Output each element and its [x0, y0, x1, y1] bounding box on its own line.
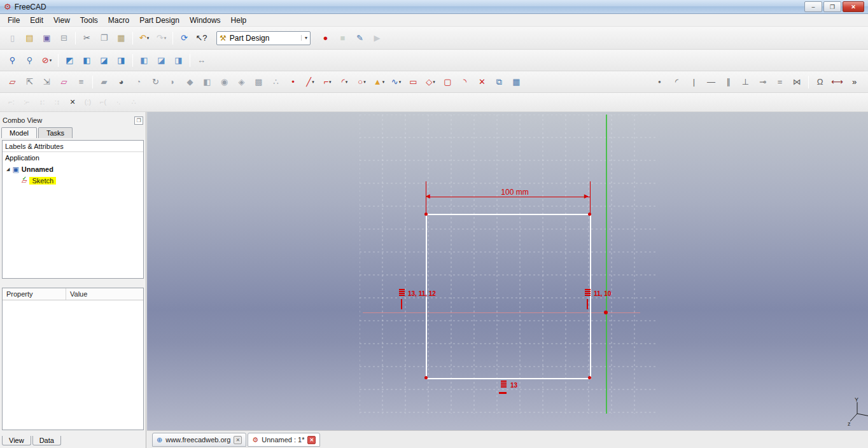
- create-clone-button[interactable]: ≡: [73, 74, 89, 90]
- constrain-coincident-button[interactable]: ●: [652, 74, 668, 90]
- view-front-button[interactable]: ◧: [79, 53, 95, 68]
- open-file-button[interactable]: ▤: [22, 31, 38, 46]
- create-conic-dropdown[interactable]: ▾: [382, 80, 385, 85]
- constraint-marker-bottom[interactable]: [501, 380, 507, 388]
- copy-button[interactable]: ❐: [96, 31, 112, 46]
- tab-unnamed-document[interactable]: ⚙ Unnamed : 1* ✕: [248, 433, 320, 447]
- menu-windows[interactable]: Windows: [185, 15, 226, 26]
- external-geometry-button[interactable]: ⧉: [491, 74, 507, 90]
- print-button[interactable]: ⊟: [56, 31, 72, 46]
- close-button[interactable]: ✕: [843, 1, 864, 12]
- origin-point[interactable]: [604, 311, 608, 314]
- minimize-button[interactable]: –: [804, 1, 822, 12]
- tree-item-document[interactable]: ◢ ▣ Unnamed: [3, 164, 143, 175]
- menu-part-design[interactable]: Part Design: [134, 15, 185, 26]
- chamfer-button[interactable]: ◈: [234, 74, 249, 90]
- vertex-bottom-right[interactable]: [588, 376, 591, 379]
- constraint-left-label[interactable]: 13, 11, 12: [408, 290, 436, 297]
- draw-style-button[interactable]: ⊘▾: [39, 53, 55, 68]
- create-fillet-button[interactable]: ◝: [457, 74, 473, 90]
- edit-sketch-button[interactable]: ⇱: [22, 74, 38, 90]
- create-bspline-button[interactable]: ∿▾: [388, 74, 404, 90]
- view-top-button[interactable]: ◪: [96, 53, 112, 68]
- panel-float-button[interactable]: ❐: [134, 116, 143, 125]
- maximize-button[interactable]: ❐: [823, 1, 841, 12]
- refresh-button[interactable]: ⟳: [176, 31, 192, 46]
- toolbar-expand-button[interactable]: »: [846, 74, 862, 90]
- create-bspline-dropdown[interactable]: ▾: [399, 80, 402, 85]
- constrain-parallel-button[interactable]: ∥: [720, 74, 736, 90]
- view-left-button[interactable]: ◨: [171, 53, 186, 68]
- dimension-line[interactable]: [427, 197, 590, 197]
- constraint-marker-left[interactable]: [399, 288, 405, 297]
- menu-macro[interactable]: Macro: [103, 15, 134, 26]
- whats-this-button[interactable]: ↖?: [193, 31, 209, 46]
- fit-all-button[interactable]: ⚲: [4, 53, 20, 68]
- view-isometric-button[interactable]: ◩: [62, 53, 78, 68]
- menu-view[interactable]: View: [48, 15, 75, 26]
- carbon-copy-button[interactable]: ▦: [508, 74, 524, 90]
- menu-file[interactable]: File: [3, 15, 25, 26]
- constrain-lock-button[interactable]: Ω: [812, 74, 828, 90]
- undo-dropdown[interactable]: ▾: [147, 36, 150, 41]
- constrain-vertical-button[interactable]: |: [686, 74, 702, 90]
- create-polygon-dropdown[interactable]: ▾: [433, 80, 435, 85]
- constraint-right-label[interactable]: 11, 10: [594, 290, 611, 297]
- constrain-tangent-button[interactable]: ⊸: [755, 74, 771, 90]
- tab-view-properties[interactable]: View: [2, 436, 31, 445]
- tab-unnamed-document-close-button[interactable]: ✕: [307, 436, 316, 444]
- thickness-button[interactable]: ▩: [251, 74, 267, 90]
- create-polyline-dropdown[interactable]: ▾: [329, 80, 332, 85]
- create-conic-button[interactable]: ▲▾: [371, 74, 387, 90]
- new-file-button[interactable]: ▯: [4, 31, 20, 46]
- additive-pipe-button[interactable]: ◗: [165, 74, 181, 90]
- tree-expander-icon[interactable]: ◢: [6, 167, 10, 172]
- constrain-horizontal-button[interactable]: —: [703, 74, 719, 90]
- macro-edit-button[interactable]: ✎: [352, 31, 368, 46]
- tab-model[interactable]: Model: [1, 127, 37, 138]
- create-arc-button[interactable]: ◜▾: [337, 74, 353, 90]
- pad-button[interactable]: ▰: [96, 74, 112, 90]
- menu-tools[interactable]: Tools: [75, 15, 103, 26]
- fit-selection-button[interactable]: ⚲: [22, 53, 38, 68]
- tab-start-page[interactable]: ⊕ www.freecadweb.org ✕: [152, 433, 246, 447]
- tab-data-properties[interactable]: Data: [32, 436, 61, 445]
- cut-button[interactable]: ✂: [79, 31, 95, 46]
- save-button[interactable]: ▣: [39, 31, 55, 46]
- create-point-button[interactable]: •: [285, 74, 301, 90]
- reorient-sketch-button[interactable]: ▱: [56, 74, 72, 90]
- create-line-dropdown[interactable]: ▾: [312, 80, 314, 85]
- constrain-point-on-object-button[interactable]: ◜: [669, 74, 685, 90]
- tab-start-page-close-button[interactable]: ✕: [234, 436, 242, 444]
- map-sketch-button[interactable]: ⇲: [39, 74, 55, 90]
- constraint-bottom-label[interactable]: 13: [510, 382, 517, 389]
- create-rectangle-button[interactable]: ▭: [405, 74, 421, 90]
- create-sketch-button[interactable]: ▱: [4, 74, 20, 90]
- create-polyline-button[interactable]: ⌐▾: [319, 74, 335, 90]
- pattern-button[interactable]: ∴: [268, 74, 284, 90]
- menu-help[interactable]: Help: [226, 15, 252, 26]
- trim-edge-button[interactable]: ✕: [474, 74, 490, 90]
- draft-button[interactable]: ◧: [199, 74, 215, 90]
- constrain-equal-button[interactable]: =: [772, 74, 788, 90]
- macro-record-button[interactable]: ●: [318, 31, 333, 46]
- create-slot-button[interactable]: ▢: [440, 74, 456, 90]
- create-circle-button[interactable]: ○▾: [354, 74, 370, 90]
- redo-dropdown[interactable]: ▾: [164, 36, 167, 41]
- measure-distance-button[interactable]: ↔: [193, 53, 209, 68]
- create-circle-dropdown[interactable]: ▾: [363, 80, 366, 85]
- constrain-symmetric-button[interactable]: ⋈: [789, 74, 805, 90]
- view-right-button[interactable]: ◨: [113, 53, 129, 68]
- groove-button[interactable]: ↻: [148, 74, 164, 90]
- additive-loft-button[interactable]: ◆: [182, 74, 198, 90]
- constrain-perpendicular-button[interactable]: ⊥: [738, 74, 753, 90]
- paste-button[interactable]: ▦: [113, 31, 129, 46]
- create-arc-dropdown[interactable]: ▾: [346, 80, 348, 85]
- pocket-button[interactable]: ◕: [113, 74, 129, 90]
- view-rear-button[interactable]: ◧: [136, 53, 152, 68]
- draw-style-dropdown[interactable]: ▾: [50, 58, 52, 63]
- view-bottom-button[interactable]: ◪: [153, 53, 169, 68]
- revolution-button[interactable]: ◔: [130, 74, 146, 90]
- tree-item-sketch[interactable]: ▱✓ Sketch: [3, 175, 143, 186]
- constraint-marker-right[interactable]: [585, 288, 591, 297]
